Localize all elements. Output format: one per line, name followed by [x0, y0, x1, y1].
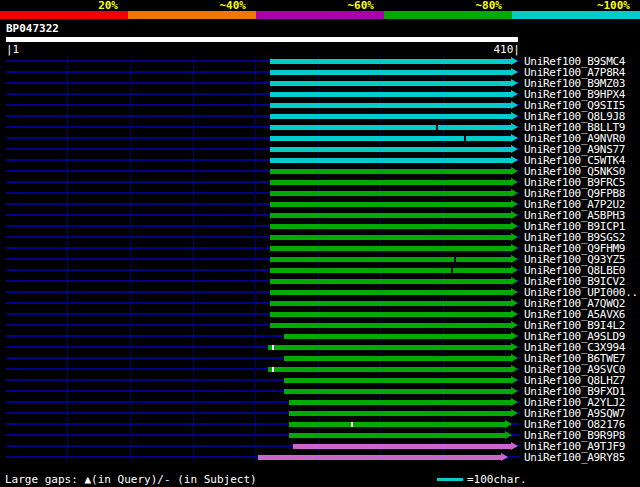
- alignment-bar-arrowhead-icon[interactable]: [511, 112, 518, 120]
- gap-mark: [351, 422, 353, 427]
- scale-segment-label: ~80%: [476, 1, 503, 11]
- alignment-bar[interactable]: [270, 169, 511, 174]
- alignment-bar[interactable]: [270, 235, 511, 240]
- scale-segment-swatch: [512, 11, 640, 19]
- alignment-bar[interactable]: [284, 389, 511, 394]
- alignment-bar[interactable]: [284, 334, 511, 339]
- alignment-bar[interactable]: [270, 125, 511, 130]
- alignment-bar-arrowhead-icon[interactable]: [511, 398, 518, 406]
- scale-segment: ~80%: [384, 0, 512, 20]
- alignment-bar[interactable]: [270, 257, 511, 262]
- alignment-bar-arrowhead-icon[interactable]: [511, 57, 518, 65]
- alignment-bar-arrowhead-icon[interactable]: [511, 68, 518, 76]
- alignment-bar-arrowhead-icon[interactable]: [511, 178, 518, 186]
- alignment-bar[interactable]: [270, 268, 511, 273]
- alignment-bar-arrowhead-icon[interactable]: [511, 222, 518, 230]
- alignment-bar-arrowhead-icon[interactable]: [511, 156, 518, 164]
- alignment-bar[interactable]: [270, 114, 511, 119]
- alignment-bar[interactable]: [270, 279, 511, 284]
- alignment-bar-arrowhead-icon[interactable]: [511, 332, 518, 340]
- alignment-bar[interactable]: [268, 345, 511, 350]
- identity-scale-bar: 20%~40%~60%~80%~100%: [0, 0, 640, 20]
- alignment-bar-arrowhead-icon[interactable]: [511, 244, 518, 252]
- hit-label[interactable]: UniRef100_A9RY85: [524, 452, 625, 463]
- alignment-bar[interactable]: [284, 356, 511, 361]
- alignment-bar[interactable]: [270, 81, 511, 86]
- alignment-bar-arrowhead-icon[interactable]: [511, 310, 518, 318]
- alignment-bar[interactable]: [270, 323, 511, 328]
- alignment-bar-arrowhead-icon[interactable]: [511, 354, 518, 362]
- alignment-bar[interactable]: [258, 455, 501, 460]
- alignment-bar-arrowhead-icon[interactable]: [511, 387, 518, 395]
- alignment-bar-arrowhead-icon[interactable]: [511, 79, 518, 87]
- alignment-bar[interactable]: [270, 301, 511, 306]
- alignment-bar-arrowhead-icon[interactable]: [511, 442, 518, 450]
- scale-segment: ~60%: [256, 0, 384, 20]
- alignment-bar[interactable]: [270, 147, 511, 152]
- alignment-bar[interactable]: [293, 444, 511, 449]
- alignment-bar[interactable]: [270, 158, 511, 163]
- alignment-bar[interactable]: [270, 136, 511, 141]
- alignment-bar[interactable]: [284, 378, 511, 383]
- alignment-bar[interactable]: [270, 290, 511, 295]
- alignment-bar[interactable]: [270, 213, 511, 218]
- alignment-bar[interactable]: [289, 411, 511, 416]
- alignment-bar[interactable]: [270, 246, 511, 251]
- alignment-bar-arrowhead-icon[interactable]: [511, 409, 518, 417]
- alignment-bar-arrowhead-icon[interactable]: [511, 233, 518, 241]
- alignment-bar-arrowhead-icon[interactable]: [511, 200, 518, 208]
- alignment-bar-arrowhead-icon[interactable]: [511, 266, 518, 274]
- scale-segment: ~40%: [128, 0, 256, 20]
- alignment-bar[interactable]: [270, 103, 511, 108]
- alignment-bar-arrowhead-icon[interactable]: [511, 211, 518, 219]
- ruler-end-label: 410|: [494, 44, 521, 55]
- alignment-bar-arrowhead-icon[interactable]: [505, 420, 512, 428]
- alignment-bar-arrowhead-icon[interactable]: [511, 145, 518, 153]
- gap-mark: [454, 257, 456, 262]
- alignment-bar-arrowhead-icon[interactable]: [511, 321, 518, 329]
- gap-mark: [272, 367, 274, 372]
- scale-line-icon: [437, 478, 463, 481]
- alignment-bar-arrowhead-icon[interactable]: [511, 255, 518, 263]
- alignment-bar[interactable]: [270, 180, 511, 185]
- alignment-bar-arrowhead-icon[interactable]: [511, 101, 518, 109]
- ruler-start-label: |1: [6, 44, 19, 55]
- alignment-bar-arrowhead-icon[interactable]: [505, 431, 512, 439]
- alignment-plot: UniRef100_B9SMC4UniRef100_A7P8R4UniRef10…: [0, 56, 640, 463]
- alignment-bar[interactable]: [270, 59, 511, 64]
- alignment-bar[interactable]: [270, 92, 511, 97]
- alignment-bar-arrowhead-icon[interactable]: [511, 376, 518, 384]
- alignment-bar-arrowhead-icon[interactable]: [511, 134, 518, 142]
- alignment-bar[interactable]: [270, 70, 511, 75]
- alignment-bar-arrowhead-icon[interactable]: [501, 453, 508, 461]
- alignment-bar[interactable]: [289, 422, 505, 427]
- alignment-bar-arrowhead-icon[interactable]: [511, 167, 518, 175]
- scale-segment-label: ~40%: [220, 1, 247, 11]
- alignment-bar-arrowhead-icon[interactable]: [511, 277, 518, 285]
- gap-mark: [464, 136, 466, 141]
- alignment-bar-arrowhead-icon[interactable]: [511, 90, 518, 98]
- scale-segment-label: ~100%: [597, 1, 630, 11]
- scale-segment-label: 20%: [98, 1, 118, 11]
- alignment-bar[interactable]: [270, 191, 511, 196]
- alignment-bar-arrowhead-icon[interactable]: [511, 365, 518, 373]
- ruler: |1 410|: [6, 44, 520, 55]
- gap-mark: [436, 125, 438, 130]
- alignment-bar[interactable]: [270, 312, 511, 317]
- alignment-bar[interactable]: [268, 367, 511, 372]
- alignment-bar[interactable]: [289, 433, 505, 438]
- alignment-bar[interactable]: [270, 224, 511, 229]
- alignment-bar-arrowhead-icon[interactable]: [511, 189, 518, 197]
- alignment-bar-arrowhead-icon[interactable]: [511, 343, 518, 351]
- blast-alignment-graphic: 20%~40%~60%~80%~100% BP047322 |1 410| Un…: [0, 0, 640, 487]
- alignment-bar-arrowhead-icon[interactable]: [511, 123, 518, 131]
- scale-segment-swatch: [384, 11, 512, 19]
- alignment-bar[interactable]: [289, 400, 511, 405]
- alignment-bar-arrowhead-icon[interactable]: [511, 288, 518, 296]
- scale-segment-swatch: [0, 11, 128, 19]
- scale-segment-label: ~60%: [348, 1, 375, 11]
- scale-segment-swatch: [128, 11, 256, 19]
- scale-segment: ~100%: [512, 0, 640, 20]
- alignment-bar-arrowhead-icon[interactable]: [511, 299, 518, 307]
- alignment-bar[interactable]: [270, 202, 511, 207]
